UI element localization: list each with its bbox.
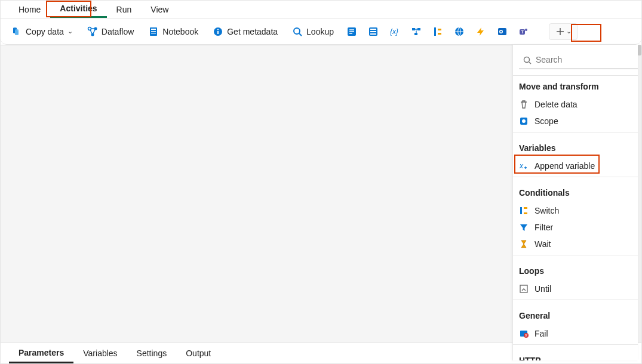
- menu-until[interactable]: Until: [513, 280, 638, 297]
- menu-item-label: Until: [535, 284, 551, 294]
- menu-item-label: Scope: [535, 116, 558, 126]
- svg-point-30: [524, 57, 530, 62]
- azure-function-icon[interactable]: [472, 23, 489, 40]
- svg-text:x: x: [519, 162, 524, 170]
- svg-point-10: [294, 28, 300, 34]
- trash-icon: [519, 100, 529, 109]
- svg-point-32: [522, 119, 526, 123]
- search-icon: [292, 26, 303, 37]
- filter-icon: [519, 223, 529, 232]
- svg-point-1: [94, 27, 97, 30]
- section-variables: Variables: [513, 135, 638, 158]
- tab-settings[interactable]: Settings: [127, 343, 177, 363]
- menu-wait[interactable]: Wait: [513, 236, 638, 252]
- until-icon: [519, 284, 529, 294]
- dataflow-label: Dataflow: [102, 27, 134, 36]
- section-general: General: [513, 303, 638, 325]
- notebook-label: Notebook: [162, 27, 198, 36]
- svg-rect-34: [520, 207, 522, 214]
- menu-item-label: Wait: [535, 239, 551, 249]
- copy-data-icon: [11, 26, 22, 37]
- section-conditionals: Conditionals: [513, 180, 638, 202]
- section-move-and-transform: Move and transform: [513, 76, 638, 96]
- svg-point-9: [217, 29, 219, 30]
- menu-fail[interactable]: Fail: [513, 325, 638, 342]
- web-icon[interactable]: [451, 23, 468, 40]
- activities-dropdown-panel: Move and transform Delete data Scope Var…: [512, 45, 638, 360]
- chevron-down-icon: ⌄: [566, 27, 572, 35]
- tab-output[interactable]: Output: [176, 343, 220, 363]
- svg-rect-4: [151, 29, 156, 30]
- tab-run[interactable]: Run: [107, 1, 142, 18]
- svg-rect-15: [370, 33, 376, 35]
- lookup-button[interactable]: Lookup: [287, 24, 339, 39]
- svg-point-28: [525, 29, 527, 31]
- fail-icon: [519, 329, 529, 338]
- stored-procedure-icon[interactable]: [365, 23, 382, 40]
- menu-item-label: Append variable: [535, 161, 595, 171]
- plus-icon: [555, 27, 565, 36]
- append-variable-icon: x: [519, 161, 529, 171]
- svg-rect-19: [414, 33, 417, 35]
- tab-parameters[interactable]: Parameters: [9, 343, 73, 363]
- switch-icon: [519, 206, 529, 215]
- more-activities-button[interactable]: ⌄: [549, 23, 578, 40]
- svg-rect-17: [412, 28, 415, 30]
- dataflow-icon: [87, 26, 98, 37]
- expression-icon[interactable]: {x}: [386, 23, 403, 40]
- svg-rect-36: [524, 212, 527, 214]
- pipeline-icon[interactable]: [408, 23, 425, 40]
- panel-scrollbar[interactable]: [637, 45, 641, 361]
- hourglass-icon: [519, 239, 529, 249]
- svg-rect-6: [151, 33, 156, 33]
- section-loops: Loops: [513, 258, 638, 280]
- keyvault-icon[interactable]: [429, 23, 446, 40]
- svg-rect-8: [217, 31, 219, 34]
- activities-toolbar: Copy data ⌄ Dataflow Notebook Get metada…: [1, 18, 641, 45]
- chevron-down-icon: ⌄: [67, 27, 73, 35]
- get-metadata-label: Get metadata: [227, 27, 278, 36]
- menu-item-label: Fail: [535, 329, 548, 338]
- menu-item-label: Switch: [535, 206, 559, 215]
- search-icon: [523, 55, 532, 65]
- tab-variables[interactable]: Variables: [73, 343, 127, 363]
- search-input[interactable]: [519, 51, 638, 69]
- svg-text:T: T: [521, 30, 524, 34]
- dataflow-button[interactable]: Dataflow: [82, 24, 139, 39]
- menu-filter[interactable]: Filter: [513, 219, 638, 236]
- menu-delete-data[interactable]: Delete data: [513, 96, 638, 113]
- menu-item-label: Filter: [535, 223, 553, 232]
- tab-activities[interactable]: Activities: [50, 1, 106, 18]
- copy-data-button[interactable]: Copy data ⌄: [7, 24, 78, 39]
- info-icon: [213, 26, 223, 37]
- menu-switch[interactable]: Switch: [513, 202, 638, 219]
- svg-point-26: [500, 30, 502, 32]
- svg-rect-35: [524, 207, 527, 209]
- section-http: HTTP: [513, 347, 638, 360]
- main-ribbon-tabs: Home Activities Run View: [1, 1, 641, 18]
- script-icon[interactable]: [343, 23, 360, 40]
- menu-item-label: Delete data: [535, 100, 578, 109]
- svg-rect-13: [370, 29, 376, 30]
- svg-rect-20: [434, 27, 436, 36]
- svg-point-0: [88, 27, 91, 30]
- menu-append-variable[interactable]: x Append variable: [513, 158, 638, 174]
- lookup-label: Lookup: [306, 27, 334, 36]
- svg-rect-18: [417, 28, 420, 30]
- svg-rect-22: [438, 33, 441, 35]
- tab-home[interactable]: Home: [9, 1, 50, 18]
- copy-data-label: Copy data: [26, 27, 64, 36]
- menu-scope[interactable]: Scope: [513, 113, 638, 129]
- outlook-icon[interactable]: [494, 23, 511, 40]
- svg-rect-5: [151, 31, 156, 32]
- svg-rect-21: [438, 29, 441, 30]
- svg-point-2: [91, 33, 94, 36]
- get-metadata-button[interactable]: Get metadata: [208, 24, 282, 39]
- teams-icon[interactable]: T: [515, 23, 532, 40]
- notebook-icon: [148, 26, 159, 37]
- tab-view[interactable]: View: [141, 1, 178, 18]
- scope-icon: [519, 116, 529, 126]
- svg-text:{x}: {x}: [390, 27, 398, 36]
- notebook-button[interactable]: Notebook: [143, 24, 203, 39]
- svg-rect-14: [370, 31, 376, 32]
